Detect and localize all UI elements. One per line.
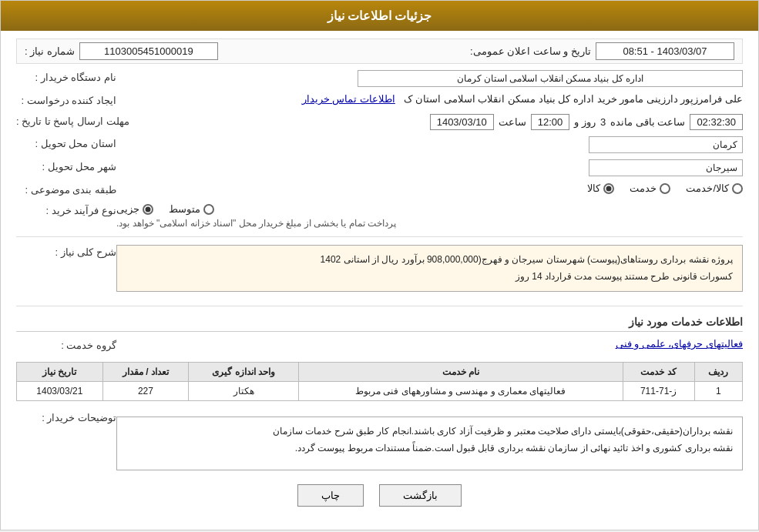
print-button[interactable]: چاپ <box>297 484 364 507</box>
city-value: سیرجان <box>589 159 743 176</box>
purchase-radio-partial-icon <box>143 204 153 215</box>
days-label: روز و <box>574 116 596 128</box>
back-button[interactable]: بازگشت <box>379 484 462 507</box>
category-option-goods[interactable]: کالا <box>587 182 614 194</box>
purchase-option-medium[interactable]: متوسط <box>169 203 214 215</box>
service-group-row: فعالیتهای حرفهای، علمی و فنی گروه خدمت : <box>16 336 743 354</box>
col-date: تاریخ نیاز <box>17 363 103 382</box>
announce-date-value: 1403/03/07 - 08:51 <box>596 42 734 60</box>
col-unit: واحد اندازه گیری <box>189 363 299 382</box>
table-header: ردیف کد خدمت نام خدمت واحد اندازه گیری ت… <box>17 363 743 382</box>
reply-time-label: ساعت <box>499 116 526 128</box>
requester-row: علی فرامرزپور دارزینی مامور خرید اداره ک… <box>16 92 743 109</box>
province-content: کرمان <box>116 135 743 155</box>
days-value: 3 <box>600 116 606 128</box>
category-option-goods-services[interactable]: کالا/خدمت <box>686 182 743 194</box>
reply-date-value: 1403/03/10 <box>430 114 494 130</box>
buyer-notes-row: نقشه برداران(حقیقی،حقوقی)بایستی دارای صل… <box>16 409 743 472</box>
category-label-goods: کالا <box>587 182 600 194</box>
need-number-value: 1103005451000019 <box>79 42 218 60</box>
province-label: استان محل تحویل : <box>16 135 116 152</box>
services-table-section: ردیف کد خدمت نام خدمت واحد اندازه گیری ت… <box>16 362 743 401</box>
reply-deadline-row: 02:32:30 ساعت باقی مانده 3 روز و 12:00 س… <box>16 112 743 132</box>
category-label-goods-services: کالا/خدمت <box>686 182 729 194</box>
buyer-notes-content: نقشه برداران(حقیقی،حقوقی)بایستی دارای صل… <box>116 409 743 472</box>
purchase-option-partial[interactable]: جزیی <box>116 203 153 215</box>
purchase-radio-group: متوسط جزیی <box>116 203 214 215</box>
col-quantity: تعداد / مقدار <box>102 363 189 382</box>
category-label-field: طبقه بندی موضوعی : <box>16 181 116 199</box>
divider-1 <box>16 236 743 237</box>
cell-quantity: 227 <box>102 382 189 401</box>
buyer-org-row: اداره کل بنیاد مسکن انقلاب اسلامی استان … <box>16 69 743 89</box>
cell-service-name: فعالیتهای معماری و مهندسی و مشاورههای فن… <box>299 382 623 401</box>
remaining-time: 02:32:30 <box>690 114 743 130</box>
requester-value: علی فرامرزپور دارزینی مامور خرید اداره ک… <box>404 93 743 105</box>
reply-deadline-label: مهلت ارسال پاسخ تا تاریخ : <box>16 112 129 130</box>
table-row: 1 ز-71-711 فعالیتهای معماری و مهندسی و م… <box>17 382 743 401</box>
content-area: 1403/03/07 - 08:51 تاریخ و ساعت اعلان عم… <box>1 31 758 514</box>
category-radio-goods-services-icon <box>732 183 743 194</box>
announce-date-label: تاریخ و ساعت اعلان عمومی: <box>470 45 591 57</box>
reply-deadline-content: 02:32:30 ساعت باقی مانده 3 روز و 12:00 س… <box>129 112 743 132</box>
col-service-name: نام خدمت <box>299 363 623 382</box>
table-header-row: ردیف کد خدمت نام خدمت واحد اندازه گیری ت… <box>17 363 743 382</box>
category-option-service[interactable]: خدمت <box>630 182 670 194</box>
buyer-notes-box: نقشه برداران(حقیقی،حقوقی)بایستی دارای صل… <box>116 417 743 470</box>
services-section-title: اطلاعات خدمات مورد نیاز <box>16 316 743 332</box>
buyer-org-content: اداره کل بنیاد مسکن انقلاب اسلامی استان … <box>116 69 743 89</box>
general-desc-label: شرح کلی نیاز : <box>16 243 116 261</box>
buyer-org-value: اداره کل بنیاد مسکن انقلاب اسلامی استان … <box>358 70 743 87</box>
announce-date-group: 1403/03/07 - 08:51 تاریخ و ساعت اعلان عم… <box>470 42 734 60</box>
category-row: کالا/خدمت خدمت کالا طبقه بندی موضوعی : <box>16 181 743 199</box>
buyer-org-label: نام دستگاه خریدار : <box>16 69 116 86</box>
general-desc-row: پروژه نقشه برداری روستاهای(پیوست) شهرستا… <box>16 243 743 299</box>
purchase-type-content: متوسط جزیی پرداخت تمام یا بخشی از مبلغ خ… <box>116 202 743 230</box>
category-radio-group: کالا/خدمت خدمت کالا <box>116 182 743 194</box>
cell-unit: هکتار <box>189 382 299 401</box>
cell-service-code: ز-71-711 <box>623 382 694 401</box>
col-service-code: کد خدمت <box>623 363 694 382</box>
service-group-label: گروه خدمت : <box>16 336 116 354</box>
purchase-type-label: نوع فرآیند خرید : <box>16 202 116 219</box>
city-content: سیرجان <box>116 158 743 178</box>
category-content: کالا/خدمت خدمت کالا <box>116 181 743 196</box>
purchase-type-row: متوسط جزیی پرداخت تمام یا بخشی از مبلغ خ… <box>16 202 743 230</box>
page-header: جزئیات اطلاعات نیاز <box>1 1 758 31</box>
divider-2 <box>16 306 743 306</box>
requester-label: ایجاد کننده درخواست : <box>16 92 116 109</box>
countdown-group: 02:32:30 ساعت باقی مانده 3 روز و 12:00 س… <box>129 114 743 130</box>
need-number-label: شماره نیاز : <box>25 45 75 57</box>
buyer-notes-label: توضیحات خریدار : <box>16 409 116 427</box>
need-number-group: 1103005451000019 شماره نیاز : <box>25 42 218 60</box>
requester-content: علی فرامرزپور دارزینی مامور خرید اداره ک… <box>116 92 743 106</box>
province-row: کرمان استان محل تحویل : <box>16 135 743 155</box>
col-row-num: ردیف <box>694 363 742 382</box>
page-title: جزئیات اطلاعات نیاز <box>327 9 432 22</box>
purchase-radio-medium-icon <box>203 204 214 215</box>
category-radio-goods-icon <box>603 183 614 194</box>
action-buttons: بازگشت چاپ <box>16 484 743 507</box>
city-label: شهر محل تحویل : <box>16 158 116 176</box>
service-group-content: فعالیتهای حرفهای، علمی و فنی <box>116 336 743 351</box>
purchase-type-group: متوسط جزیی پرداخت تمام یا بخشی از مبلغ خ… <box>116 203 743 229</box>
service-group-value[interactable]: فعالیتهای حرفهای، علمی و فنی <box>616 338 743 350</box>
purchase-label-medium: متوسط <box>169 203 200 215</box>
category-radio-service-icon <box>660 183 670 194</box>
services-table: ردیف کد خدمت نام خدمت واحد اندازه گیری ت… <box>16 362 743 401</box>
general-desc-box: پروژه نقشه برداری روستاهای(پیوست) شهرستا… <box>116 245 743 292</box>
province-value: کرمان <box>589 136 743 153</box>
city-row: سیرجان شهر محل تحویل : <box>16 158 743 178</box>
general-desc-content: پروژه نقشه برداری روستاهای(پیوست) شهرستا… <box>116 243 743 299</box>
reply-time-value: 12:00 <box>531 114 570 130</box>
table-body: 1 ز-71-711 فعالیتهای معماری و مهندسی و م… <box>17 382 743 401</box>
purchase-type-note: پرداخت تمام یا بخشی از مبلغ خریدار محل "… <box>116 218 396 229</box>
purchase-label-partial: جزیی <box>116 203 139 215</box>
remaining-label: ساعت باقی مانده <box>610 116 685 128</box>
category-label-service: خدمت <box>630 182 657 194</box>
top-info-row: 1403/03/07 - 08:51 تاریخ و ساعت اعلان عم… <box>16 38 743 64</box>
page-container: جزئیات اطلاعات نیاز 1403/03/07 - 08:51 ت… <box>0 0 759 530</box>
cell-date: 1403/03/21 <box>17 382 103 401</box>
contact-link[interactable]: اطلاعات تماس خریدار <box>302 93 395 105</box>
cell-row-num: 1 <box>694 382 742 401</box>
